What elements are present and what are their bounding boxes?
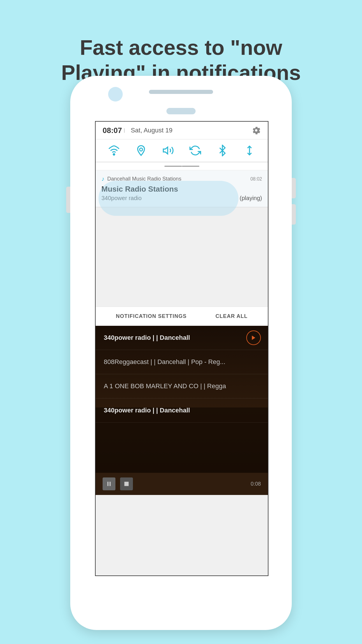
station-row[interactable]: 340power radio | | Dancehall [96, 326, 268, 350]
phone-mockup: 08:07 | Sat, August 19 [70, 76, 292, 630]
music-note-icon: ♪ [101, 176, 104, 182]
notification-empty-space [96, 207, 268, 307]
location-icon [135, 145, 147, 156]
phone-home-button [166, 108, 196, 114]
drag-handle [96, 162, 268, 170]
svg-marker-4 [252, 336, 255, 340]
notification-playing-status: (playing) [240, 195, 262, 202]
phone-volume-down [292, 204, 296, 225]
notification-title: Music Radio Stations [101, 185, 262, 194]
stop-icon [123, 481, 130, 487]
notification-app-name: Dancehall Music Radio Stations [107, 176, 250, 182]
player-controls [103, 477, 133, 490]
stop-button[interactable] [120, 477, 133, 490]
station-list: 340power radio | | Dancehall 808Reggaeca… [96, 326, 268, 423]
player-bar: 0:08 [96, 473, 268, 495]
svg-rect-7 [124, 482, 129, 486]
transfer-icon [244, 145, 255, 156]
notification-action-bar: NOTIFICATION SETTINGS CLEAR ALL [96, 307, 268, 326]
status-right-icons [252, 126, 261, 135]
station-name-2: 808Reggaecast | | Dancehall | Pop - Reg.… [104, 358, 225, 365]
pause-icon [106, 481, 112, 487]
svg-rect-5 [108, 482, 109, 486]
volume-icon [162, 145, 174, 156]
sync-icon [189, 145, 201, 156]
status-time: 08:07 [103, 126, 122, 135]
play-button-1[interactable] [246, 330, 261, 345]
station-row[interactable]: A 1 ONE BOB MARLEY AND CO | | Regga [96, 374, 268, 398]
status-separator: | [124, 128, 125, 133]
svg-rect-6 [110, 482, 111, 486]
station-row[interactable]: 808Reggaecast | | Dancehall | Pop - Reg.… [96, 350, 268, 374]
phone-camera [108, 87, 123, 102]
gear-icon [252, 126, 261, 135]
phone-volume-up [292, 178, 296, 198]
station-name-3: A 1 ONE BOB MARLEY AND CO | | Regga [104, 382, 226, 390]
notification-header: ♪ Dancehall Music Radio Stations 08:02 [101, 176, 262, 182]
station-name-4: 340power radio | | Dancehall [104, 407, 190, 414]
bluetooth-icon [217, 145, 228, 156]
clear-all-button[interactable]: CLEAR ALL [215, 313, 247, 319]
app-screen: 340power radio | | Dancehall 808Reggaeca… [96, 326, 268, 495]
quick-settings-bar [96, 139, 268, 162]
wifi-icon [108, 145, 120, 156]
play-icon-1 [251, 335, 256, 341]
pause-button[interactable] [103, 477, 115, 490]
svg-point-1 [140, 148, 143, 151]
notification-settings-button[interactable]: NOTIFICATION SETTINGS [116, 313, 187, 319]
play-circle-1 [246, 330, 261, 345]
phone-speaker [149, 90, 213, 94]
status-bar: 08:07 | Sat, August 19 [96, 122, 268, 139]
notification-item[interactable]: ♪ Dancehall Music Radio Stations 08:02 M… [96, 170, 268, 207]
notification-time: 08:02 [250, 176, 262, 182]
svg-marker-2 [163, 147, 168, 154]
station-row[interactable]: 340power radio | | Dancehall [96, 398, 268, 423]
notification-subtitle: 340power radio (playing) [101, 195, 262, 202]
phone-body: 08:07 | Sat, August 19 [70, 76, 292, 630]
svg-point-0 [113, 154, 115, 155]
phone-power-button [66, 187, 70, 213]
player-time: 0:08 [251, 481, 261, 487]
status-date: Sat, August 19 [131, 127, 173, 134]
notification-station: 340power radio [101, 195, 142, 202]
station-name-1: 340power radio | | Dancehall [104, 334, 190, 342]
phone-screen: 08:07 | Sat, August 19 [95, 121, 268, 576]
